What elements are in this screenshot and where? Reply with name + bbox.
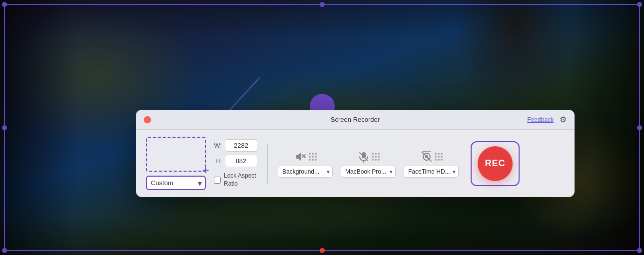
screen-recorder-dialog: Screen Recorder Feedback ⚙ ✛ Custom Full… [136, 110, 575, 197]
system-audio-device: Background... System Audio None [278, 150, 333, 178]
close-button[interactable] [144, 116, 151, 123]
camera-select[interactable]: FaceTime HD... None [404, 166, 459, 178]
dialog-titlebar: Screen Recorder Feedback ⚙ [136, 110, 575, 130]
dimensions-panel: W: H: Lock AspectRatio [214, 139, 257, 188]
mic-icon-row [357, 150, 380, 164]
lock-aspect-label: Lock AspectRatio [224, 172, 256, 188]
preset-select-wrapper: Custom Full Screen 1920x1080 1280x720 [146, 176, 206, 190]
mic-dots [372, 153, 380, 161]
dialog-title: Screen Recorder [331, 116, 380, 123]
divider-1 [267, 144, 268, 184]
width-row: W: [214, 139, 257, 152]
speaker-muted-icon [294, 150, 308, 164]
width-input[interactable] [225, 139, 257, 152]
camera-muted-icon [420, 150, 434, 164]
handle-bottom-center[interactable] [320, 248, 325, 253]
height-input[interactable] [225, 155, 257, 167]
handle-top-right[interactable] [637, 2, 642, 7]
handle-middle-right[interactable] [637, 125, 642, 130]
camera-icon-row [420, 150, 443, 164]
handle-bottom-right[interactable] [637, 248, 642, 253]
dialog-body: ✛ Custom Full Screen 1920x1080 1280x720 … [136, 130, 575, 197]
feedback-link[interactable]: Feedback [527, 116, 554, 123]
preset-select[interactable]: Custom Full Screen 1920x1080 1280x720 [146, 176, 206, 190]
system-audio-select-wrapper: Background... System Audio None [278, 166, 333, 178]
handle-bottom-left[interactable] [2, 248, 7, 253]
rec-button[interactable]: REC [478, 146, 513, 181]
handle-top-left[interactable] [2, 2, 7, 7]
system-audio-icon-row [294, 150, 317, 164]
handle-middle-left[interactable] [2, 125, 7, 130]
handle-top-center[interactable] [320, 2, 325, 7]
camera-dots [435, 153, 443, 161]
camera-select-wrapper: FaceTime HD... None [404, 166, 459, 178]
mic-select[interactable]: MacBook Pro... None [341, 166, 396, 178]
lock-aspect-checkbox[interactable] [214, 177, 221, 184]
move-icon: ✛ [202, 167, 209, 175]
region-selector-container: ✛ Custom Full Screen 1920x1080 1280x720 [146, 137, 206, 190]
dialog-actions: Feedback ⚙ [527, 115, 567, 124]
rec-container: REC [471, 141, 520, 186]
lock-aspect-panel: Lock AspectRatio [214, 172, 257, 188]
camera-device: FaceTime HD... None [404, 150, 459, 178]
mic-muted-icon [357, 150, 371, 164]
wh-inputs: W: H: [214, 139, 257, 167]
mic-select-wrapper: MacBook Pro... None [341, 166, 396, 178]
system-audio-select[interactable]: Background... System Audio None [278, 166, 333, 178]
settings-icon[interactable]: ⚙ [560, 115, 567, 124]
audio-dots [309, 153, 317, 161]
region-box[interactable]: ✛ [146, 137, 206, 172]
rec-label: REC [485, 158, 505, 169]
width-label: W: [214, 142, 222, 149]
microphone-device: MacBook Pro... None [341, 150, 396, 178]
height-label: H: [214, 157, 222, 165]
height-row: H: [214, 155, 257, 167]
